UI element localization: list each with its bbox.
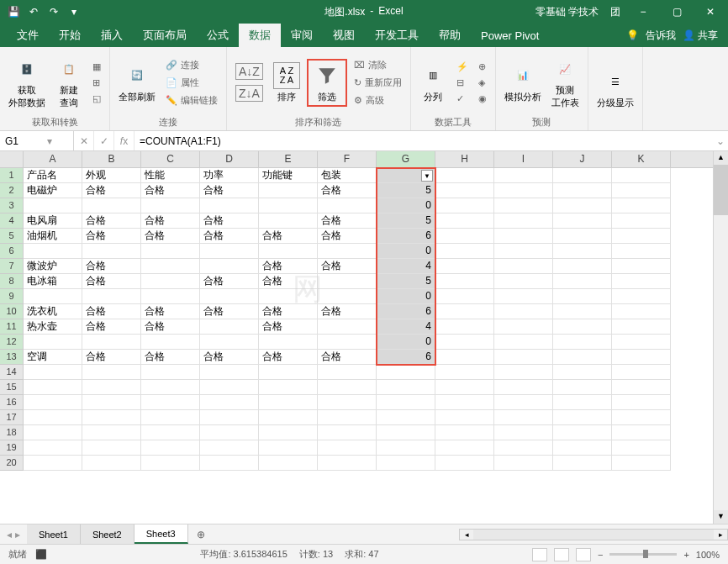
zoom-slider[interactable]	[609, 553, 677, 556]
cell[interactable]: 合格	[82, 274, 141, 289]
cell[interactable]: 合格	[259, 229, 318, 244]
record-macro-icon[interactable]: ⬛	[35, 549, 47, 560]
cell[interactable]	[612, 395, 671, 410]
cell[interactable]	[494, 440, 553, 456]
cell[interactable]	[553, 229, 612, 244]
cell[interactable]	[259, 395, 318, 410]
data-model-button[interactable]: ◉	[475, 92, 490, 106]
column-header[interactable]: K	[612, 151, 671, 167]
cell[interactable]	[141, 380, 200, 395]
cell[interactable]: 性能	[141, 168, 200, 183]
cell[interactable]	[141, 335, 200, 350]
cell[interactable]	[553, 168, 612, 183]
row-header[interactable]: 7	[0, 259, 24, 274]
row-header[interactable]: 13	[0, 350, 24, 365]
cell[interactable]: 热水壶	[24, 319, 82, 335]
tab-file[interactable]: 文件	[7, 24, 49, 47]
spreadsheet[interactable]: ABCDEFGHIJK 1234567891011121314151617181…	[0, 151, 713, 524]
tab-formulas[interactable]: 公式	[197, 24, 239, 47]
cell[interactable]	[141, 274, 200, 289]
clear-button[interactable]: ⌧清除	[351, 57, 405, 73]
row-header[interactable]: 10	[0, 304, 24, 319]
cell[interactable]: 0	[377, 244, 435, 259]
cell[interactable]	[318, 410, 377, 425]
cell[interactable]	[435, 319, 494, 335]
cell[interactable]	[200, 289, 259, 304]
cell[interactable]	[612, 456, 671, 471]
row-header[interactable]: 6	[0, 244, 24, 259]
cell[interactable]: 合格	[200, 350, 259, 365]
cell[interactable]: 合格	[200, 229, 259, 244]
cell[interactable]: 空调	[24, 350, 82, 365]
cell[interactable]	[612, 198, 671, 213]
cell[interactable]	[24, 395, 82, 410]
cell[interactable]	[435, 456, 494, 471]
cell[interactable]	[141, 395, 200, 410]
filter-button[interactable]: 筛选	[307, 59, 347, 107]
cell[interactable]: 洗衣机	[24, 304, 82, 319]
cell[interactable]	[494, 259, 553, 274]
column-header[interactable]: F	[318, 151, 377, 167]
cell[interactable]	[141, 289, 200, 304]
horizontal-scrollbar[interactable]: ◂ ▸	[459, 529, 728, 540]
cell[interactable]: 6	[377, 229, 435, 244]
cell[interactable]	[318, 319, 377, 335]
cell[interactable]	[377, 440, 435, 456]
cell[interactable]	[141, 244, 200, 259]
cell[interactable]: 合格	[141, 319, 200, 335]
cell[interactable]	[82, 410, 141, 425]
cell[interactable]: 5	[377, 213, 435, 229]
cell[interactable]	[24, 198, 82, 213]
name-dropdown-icon[interactable]: ▾	[47, 135, 52, 147]
column-header[interactable]: D	[200, 151, 259, 167]
scroll-down-icon[interactable]: ▼	[714, 510, 728, 524]
cell[interactable]	[494, 183, 553, 198]
cell[interactable]: 产品名	[24, 168, 82, 183]
recent-sources-button[interactable]: ◱	[89, 92, 104, 106]
tab-review[interactable]: 审阅	[281, 24, 323, 47]
cell[interactable]: 合格	[318, 229, 377, 244]
cell[interactable]: 合格	[318, 259, 377, 274]
cell[interactable]	[377, 395, 435, 410]
cell[interactable]	[612, 365, 671, 380]
cell[interactable]	[553, 440, 612, 456]
cell[interactable]	[612, 350, 671, 365]
row-header[interactable]: 1	[0, 168, 24, 183]
user-badge[interactable]: 团	[610, 5, 620, 19]
cell[interactable]: 合格	[82, 259, 141, 274]
row-header[interactable]: 9	[0, 289, 24, 304]
cell[interactable]	[553, 410, 612, 425]
cell[interactable]	[612, 425, 671, 440]
row-header[interactable]: 14	[0, 365, 24, 380]
cell[interactable]	[141, 410, 200, 425]
row-header[interactable]: 4	[0, 213, 24, 229]
cell[interactable]	[494, 335, 553, 350]
sort-desc-button[interactable]: Z↓A	[232, 83, 266, 103]
cell[interactable]	[553, 335, 612, 350]
minimize-icon[interactable]: −	[632, 3, 654, 20]
cell[interactable]	[494, 410, 553, 425]
cell[interactable]	[435, 168, 494, 183]
cell[interactable]	[612, 335, 671, 350]
row-header[interactable]: 15	[0, 380, 24, 395]
cell[interactable]: 4	[377, 259, 435, 274]
reapply-button[interactable]: ↻重新应用	[351, 75, 405, 91]
remove-duplicates-button[interactable]: ⊟	[453, 76, 472, 90]
cell[interactable]	[494, 319, 553, 335]
cell[interactable]	[494, 198, 553, 213]
cell[interactable]: 合格	[259, 304, 318, 319]
cell[interactable]: 油烟机	[24, 229, 82, 244]
cell[interactable]	[435, 213, 494, 229]
cell[interactable]	[141, 456, 200, 471]
row-header[interactable]: 2	[0, 183, 24, 198]
cell[interactable]	[553, 319, 612, 335]
cell[interactable]	[435, 410, 494, 425]
tell-me[interactable]: 告诉我	[646, 29, 676, 43]
cell[interactable]	[24, 289, 82, 304]
cell[interactable]: 合格	[82, 319, 141, 335]
cell[interactable]	[82, 244, 141, 259]
cell[interactable]: 合格	[200, 183, 259, 198]
cell[interactable]	[435, 395, 494, 410]
scroll-left-icon[interactable]: ◂	[460, 530, 473, 540]
cell[interactable]	[612, 168, 671, 183]
